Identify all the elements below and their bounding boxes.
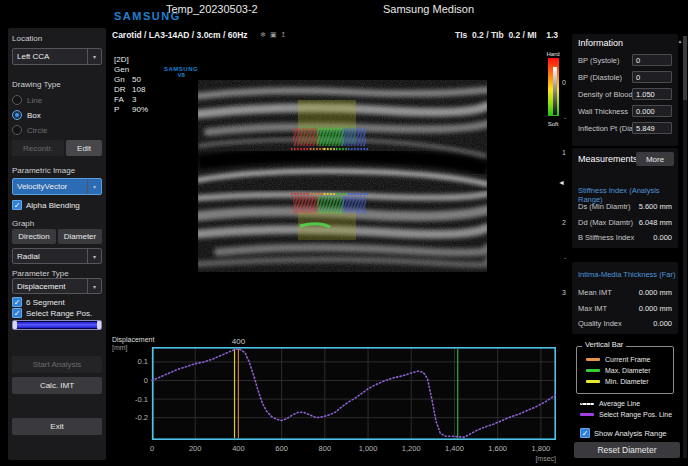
depth-ruler-label: 1 (562, 149, 566, 156)
information-panel: Information BP (Systole) 0 BP (Diastole)… (572, 34, 678, 146)
measurement-row: Mean IMT 0.000 mm (578, 288, 674, 301)
measurement-row: Ds (Min Diamtr) 5.600 mm (578, 202, 674, 215)
control-sidebar: Location Left CCA ▾ Drawing Type Line Bo… (8, 28, 106, 460)
select-range-pos-label: Select Range Pos. (26, 309, 92, 318)
radio-circle[interactable]: Circle (12, 124, 47, 136)
measure-label: Max IMT (578, 304, 607, 313)
graph-mode-dropdown[interactable]: Radial ▾ (12, 248, 102, 264)
svg-text:200: 200 (189, 444, 202, 453)
file-name: Temp_20230503-2 (166, 3, 258, 15)
bmode-image-bottom[interactable] (198, 190, 487, 290)
bmode-image-top[interactable] (198, 80, 487, 190)
legend-label: Current Frame (605, 356, 651, 363)
recontr-button[interactable]: Recontr. (12, 140, 64, 156)
chevron-down-icon[interactable]: ▾ (87, 49, 101, 64)
info-field-row: BP (Systole) 0 (578, 56, 674, 69)
alpha-blending-label: Alpha Blending (26, 201, 80, 210)
depth-ruler-label: 3 (562, 289, 566, 296)
field-label: Wall Thickness (578, 107, 628, 116)
graph-legend: Vertical Bar Current Frame Max. Diameter… (572, 338, 684, 464)
bp-systole-input[interactable]: 0 (632, 54, 672, 66)
parametric-image-label: Parametric Image (12, 166, 75, 175)
max-imt-value: 0.000 mm (639, 304, 672, 313)
radio-line[interactable]: Line (12, 94, 42, 106)
density-of-blood-input[interactable]: 1.050 (632, 88, 672, 100)
svg-text:1,200: 1,200 (402, 444, 421, 453)
cine-icon: ▣ (270, 31, 277, 39)
information-title: Information (578, 38, 623, 48)
radio-icon (12, 125, 22, 135)
b-stiffness-index-value: 0.000 (653, 233, 672, 242)
measure-label: Mean IMT (578, 288, 612, 297)
direction-button[interactable]: Direction (12, 229, 56, 244)
range-position-slider[interactable] (12, 320, 102, 330)
quality-index-value: 0.000 (653, 319, 672, 328)
location-dropdown[interactable]: Left CCA ▾ (12, 48, 102, 65)
wall-thickness-input[interactable]: 0.000 (632, 105, 672, 117)
x-axis-unit-label: [msec] (535, 455, 556, 463)
show-analysis-range-checkbox[interactable]: ✓ Show Analysis Range (580, 428, 667, 438)
measurement-row: Dd (Max Diamtr) 6.048 mm (578, 218, 674, 231)
calc-imt-button[interactable]: Calc. IMT (12, 377, 102, 394)
alpha-blending-checkbox[interactable]: ✓ Alpha Blending (12, 200, 80, 210)
parameter-type-dropdown[interactable]: Displacement ▾ (12, 278, 102, 294)
exit-button[interactable]: Exit (12, 418, 102, 435)
measurements-panel: Measurements More Stiffness Index (Analy… (572, 148, 678, 248)
ti-mi-readout: TIs 0.2 / TIb 0.2 / MI 1.3 (455, 30, 558, 40)
chevron-down-icon[interactable]: ▾ (87, 249, 101, 263)
measurements-title: Measurements (578, 154, 638, 164)
average-line-swatch (580, 403, 594, 405)
depth-ruler-tick: - (564, 114, 566, 121)
param-row: FA3 (114, 95, 136, 104)
parametric-image-dropdown[interactable]: VelocityVector ▾ (12, 178, 102, 195)
chevron-down-icon[interactable]: ▾ (87, 179, 101, 194)
svg-text:-0.1: -0.1 (135, 395, 148, 404)
chevron-down-icon[interactable]: ▾ (87, 279, 101, 293)
legend-label: Max. Diameter (605, 367, 651, 374)
radio-box[interactable]: Box (12, 109, 41, 121)
legend-label: Select Range Pos. Line (599, 411, 672, 418)
measure-label: Dd (Max Diamtr) (578, 218, 633, 227)
parameter-type-label: Parameter Type (12, 269, 69, 278)
scrollbar-thumb[interactable] (683, 36, 687, 100)
mode-label: [2D] (114, 55, 129, 64)
graph-plot-area[interactable]: 02004006008001,0001,2001,4001,6001,8000.… (110, 335, 570, 466)
graph-y-axis-label: Displacement [mm] (112, 336, 154, 352)
colorbar-bottom-label: Soft (540, 121, 566, 127)
parametric-image-value: VelocityVector (13, 182, 87, 191)
select-range-pos-checkbox[interactable]: ✓ Select Range Pos. (12, 308, 92, 318)
freeze-icon: ❄ (260, 31, 266, 39)
param-row: Gen (114, 65, 132, 74)
param-row: P90% (114, 105, 148, 114)
param-row: Gn50 (114, 75, 141, 84)
min-diameter-swatch (586, 380, 600, 383)
legend-item: Select Range Pos. Line (580, 411, 672, 418)
current-frame-swatch (586, 358, 600, 361)
max-diameter-swatch (586, 369, 600, 372)
imt-title: Intima-Media Thickness (Far) (578, 270, 675, 279)
colorbar-top-label: Hard (540, 51, 566, 57)
focus-marker-icon[interactable]: ◄ (558, 179, 565, 186)
graph-mode-value: Radial (13, 252, 87, 261)
reset-diameter-button[interactable]: Reset Diameter (574, 442, 680, 458)
ultrasound-view: Carotid / LA3-14AD / 3.0cm / 60Hz ❄ ▣ ↥ … (112, 28, 570, 345)
start-analysis-button[interactable]: Start Analysis (12, 356, 102, 373)
measurement-row: Max IMT 0.000 mm (578, 304, 674, 317)
location-value: Left CCA (13, 52, 87, 61)
measure-label: Ds (Min Diamtr) (578, 202, 631, 211)
bp-diastole-input[interactable]: 0 (632, 71, 672, 83)
svg-text:0.1: 0.1 (138, 357, 148, 366)
diameter-button[interactable]: Diameter (58, 229, 102, 244)
legend-label: Average Line (599, 400, 640, 407)
six-segment-checkbox[interactable]: ✓ 6 Segment (12, 297, 65, 307)
edit-button[interactable]: Edit (66, 140, 102, 156)
more-button[interactable]: More (636, 152, 674, 166)
displacement-graph[interactable]: Displacement [mm] 02004006008001,0001,20… (110, 335, 582, 466)
slider-right-handle[interactable] (97, 321, 101, 329)
slider-left-handle[interactable] (13, 321, 17, 329)
legend-item: Max. Diameter (586, 367, 651, 374)
show-analysis-range-label: Show Analysis Range (594, 429, 667, 438)
app-title: Samsung Medison (383, 3, 474, 15)
inflection-pt-input[interactable]: 5.849 (632, 122, 672, 134)
svg-text:1,400: 1,400 (445, 444, 464, 453)
